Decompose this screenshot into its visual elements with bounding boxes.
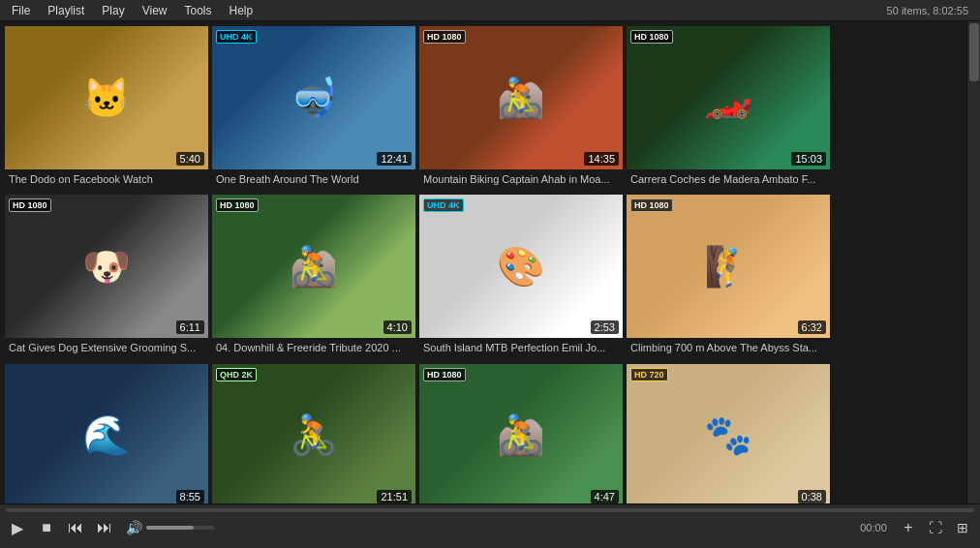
stop-button[interactable]: ■ xyxy=(35,516,58,539)
quality-badge-11: HD 720 xyxy=(630,368,668,381)
thumb-container-6: 🎨UHD 4K2:53 xyxy=(419,195,623,338)
thumb-container-9: 🚴QHD 2K21:51 xyxy=(212,364,415,503)
video-title-1: One Breath Around The World xyxy=(212,169,413,189)
video-title-2: Mountain Biking Captain Ahab in Moa... xyxy=(419,169,621,189)
duration-badge-1: 12:41 xyxy=(377,152,412,166)
menu-playlist[interactable]: Playlist xyxy=(40,2,92,19)
controls: ▶ ■ ⏮ ⏭ 🔊 00:00 + ⛶ ⊞ xyxy=(0,503,980,548)
playlist-area[interactable]: 🐱5:40The Dodo on Facebook Watch🤿UHD 4K12… xyxy=(0,21,966,503)
video-item-8[interactable]: 🌊8:5520 m Waves- biggest STORM in the ..… xyxy=(4,363,207,503)
video-item-10[interactable]: 🚵HD 10804:4703. Downhill & Freeride Trib… xyxy=(418,363,622,503)
thumb-container-7: 🧗HD 10806:32 xyxy=(627,195,830,338)
video-item-2[interactable]: 🚵HD 108014:35Mountain Biking Captain Aha… xyxy=(418,25,622,190)
menu-tools[interactable]: Tools xyxy=(177,2,220,19)
quality-badge-4: HD 1080 xyxy=(9,198,51,212)
thumb-bg-1: 🤿 xyxy=(212,26,415,169)
quality-badge-5: HD 1080 xyxy=(216,198,259,212)
video-item-1[interactable]: 🤿UHD 4K12:41One Breath Around The World xyxy=(211,25,414,190)
video-title-6: South Island MTB Perfection Emil Jo... xyxy=(419,338,621,357)
thumb-bg-8: 🌊 xyxy=(5,364,208,503)
time-display: 00:00 xyxy=(854,522,893,533)
quality-badge-10: HD 1080 xyxy=(423,368,466,381)
extend-button[interactable]: ⊞ xyxy=(951,516,974,539)
buttons-row: ▶ ■ ⏮ ⏭ 🔊 00:00 + ⛶ ⊞ xyxy=(6,516,974,539)
menu-file[interactable]: File xyxy=(4,2,38,19)
play-button[interactable]: ▶ xyxy=(6,516,29,539)
thumb-bg-2: 🚵 xyxy=(419,26,623,169)
menu-view[interactable]: View xyxy=(135,2,175,19)
duration-badge-10: 4:47 xyxy=(591,490,619,503)
fullscreen-button[interactable]: ⛶ xyxy=(924,516,947,539)
thumb-container-3: 🏎️HD 108015:03 xyxy=(627,26,830,169)
next-button[interactable]: ⏭ xyxy=(93,516,116,539)
video-title-4: Cat Gives Dog Extensive Grooming S... xyxy=(5,338,206,357)
duration-badge-3: 15:03 xyxy=(791,152,826,166)
duration-badge-5: 4:10 xyxy=(383,320,412,334)
thumb-container-1: 🤿UHD 4K12:41 xyxy=(212,26,415,169)
duration-badge-0: 5:40 xyxy=(176,152,204,166)
menu-help[interactable]: Help xyxy=(222,2,261,19)
thumb-bg-7: 🧗 xyxy=(627,195,830,338)
volume-fill xyxy=(146,526,194,530)
video-title-5: 04. Downhill & Freeride Tribute 2020 ... xyxy=(212,338,413,357)
thumb-container-0: 🐱5:40 xyxy=(5,26,208,169)
thumb-bg-5: 🚵 xyxy=(212,195,415,338)
duration-badge-6: 2:53 xyxy=(591,320,619,334)
thumb-bg-10: 🚵 xyxy=(419,364,623,503)
thumb-bg-3: 🏎️ xyxy=(627,26,830,169)
thumb-container-8: 🌊8:55 xyxy=(5,364,208,503)
volume-area: 🔊 xyxy=(126,520,214,535)
duration-badge-2: 14:35 xyxy=(584,152,619,166)
thumb-bg-6: 🎨 xyxy=(419,195,623,338)
quality-badge-3: HD 1080 xyxy=(630,30,673,44)
video-title-7: Climbing 700 m Above The Abyss Sta... xyxy=(627,338,828,357)
menu-play[interactable]: Play xyxy=(94,2,132,19)
thumb-bg-9: 🚴 xyxy=(212,364,415,503)
progress-row xyxy=(6,508,974,512)
thumb-bg-11: 🐾 xyxy=(627,364,830,503)
thumb-container-4: 🐶HD 10806:11 xyxy=(5,195,208,338)
quality-badge-7: HD 1080 xyxy=(630,198,673,212)
progress-bar[interactable] xyxy=(6,508,974,512)
quality-badge-1: UHD 4K xyxy=(216,30,257,44)
video-item-5[interactable]: 🚵HD 10804:1004. Downhill & Freeride Trib… xyxy=(211,194,414,358)
right-controls: 00:00 + ⛶ ⊞ xyxy=(854,516,974,539)
volume-icon[interactable]: 🔊 xyxy=(126,520,142,535)
duration-badge-8: 8:55 xyxy=(176,490,204,503)
thumb-container-5: 🚵HD 10804:10 xyxy=(212,195,415,338)
quality-badge-2: HD 1080 xyxy=(423,30,466,44)
thumb-container-10: 🚵HD 10804:47 xyxy=(419,364,623,503)
scrollbar[interactable] xyxy=(966,21,980,503)
thumb-container-11: 🐾HD 7200:38 xyxy=(627,364,830,503)
menu-items: File Playlist Play View Tools Help xyxy=(4,2,260,19)
video-title-3: Carrera Coches de Madera Ambato F... xyxy=(627,169,828,189)
duration-badge-11: 0:38 xyxy=(798,490,826,503)
thumb-bg-4: 🐶 xyxy=(5,195,208,338)
video-item-6[interactable]: 🎨UHD 4K2:53South Island MTB Perfection E… xyxy=(418,194,622,358)
menubar: File Playlist Play View Tools Help 50 it… xyxy=(0,0,980,21)
thumb-bg-0: 🐱 xyxy=(5,26,208,169)
video-item-7[interactable]: 🧗HD 10806:32Climbing 700 m Above The Aby… xyxy=(626,194,829,358)
quality-badge-9: QHD 2K xyxy=(216,368,257,381)
duration-badge-7: 6:32 xyxy=(798,320,826,334)
video-item-4[interactable]: 🐶HD 10806:11Cat Gives Dog Extensive Groo… xyxy=(4,194,207,358)
duration-badge-9: 21:51 xyxy=(377,490,412,503)
scroll-thumb[interactable] xyxy=(969,23,979,81)
volume-slider[interactable] xyxy=(146,526,214,530)
video-item-9[interactable]: 🚴QHD 2K21:51Final run #1 MAXIAVALANCHE A… xyxy=(211,363,414,503)
main-area: 🐱5:40The Dodo on Facebook Watch🤿UHD 4K12… xyxy=(0,21,980,503)
quality-badge-6: UHD 4K xyxy=(423,198,464,212)
video-item-3[interactable]: 🏎️HD 108015:03Carrera Coches de Madera A… xyxy=(626,25,829,190)
item-count: 50 items, 8:02:55 xyxy=(887,5,976,16)
video-item-11[interactable]: 🐾HD 7200:38Adorable Friendship Between C… xyxy=(626,363,829,503)
duration-badge-4: 6:11 xyxy=(176,320,204,334)
plus-button[interactable]: + xyxy=(897,516,920,539)
video-title-0: The Dodo on Facebook Watch xyxy=(5,169,206,189)
prev-button[interactable]: ⏮ xyxy=(64,516,87,539)
thumb-container-2: 🚵HD 108014:35 xyxy=(419,26,623,169)
video-item-0[interactable]: 🐱5:40The Dodo on Facebook Watch xyxy=(4,25,207,190)
